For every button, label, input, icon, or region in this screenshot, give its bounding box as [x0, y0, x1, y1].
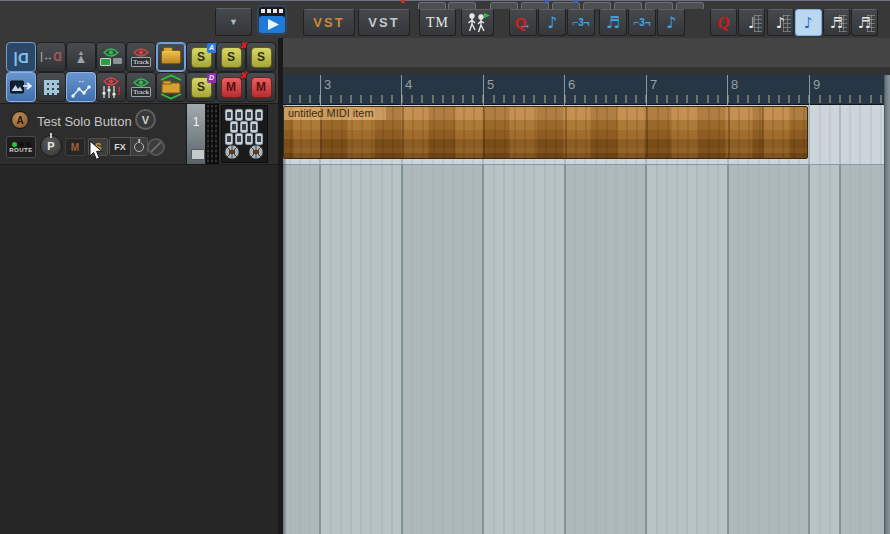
microphone-array-icon — [222, 106, 267, 162]
lane-rects-icon — [100, 58, 122, 66]
envelope-nodes-icon — [71, 85, 91, 98]
grid-dots-icon — [754, 15, 762, 32]
track-name[interactable]: Test Solo Button — [37, 114, 132, 129]
solo-add-button[interactable]: S A — [186, 42, 216, 72]
eye-green-icon — [133, 78, 149, 87]
badge-d: D — [207, 73, 217, 83]
h-arrows-icon: ↔ — [43, 52, 53, 62]
solo-button[interactable]: S — [246, 42, 276, 72]
fx-button[interactable]: FX — [110, 138, 130, 155]
route-button[interactable]: ROUTE — [6, 136, 36, 158]
item-edge-left-button[interactable]: |D — [6, 42, 36, 72]
grid-sixteenth-button[interactable]: ♬ — [851, 9, 878, 36]
mute-letter: M — [71, 142, 79, 153]
faders-icon — [102, 86, 116, 98]
badge-a: A — [207, 43, 217, 53]
midi-item[interactable]: untitled MIDI item — [283, 106, 808, 159]
grid-dots-icon — [839, 15, 847, 32]
eighth-note-icon: ♪ — [547, 13, 557, 32]
measure-number: 6 — [568, 77, 575, 92]
partial-button — [552, 2, 580, 9]
item-edge-right-button[interactable]: | ↔ D — [36, 42, 66, 72]
track-label: Track — [131, 87, 151, 97]
solo-track-button[interactable]: S — [88, 138, 108, 156]
solo-icon: S ✖ — [221, 47, 242, 68]
metronome-button[interactable]: ▲▲ — [66, 42, 96, 72]
script-q-icon: Q — [717, 13, 729, 33]
vst-label: VST — [313, 15, 344, 30]
solo-letter: S — [95, 142, 102, 153]
top-toolbar-fragment-row — [0, 0, 890, 8]
partial-button — [676, 2, 704, 9]
show-track-lanes-button[interactable] — [96, 42, 126, 72]
humanize-button[interactable] — [461, 9, 494, 36]
note-eighth-button-2[interactable]: ♪ — [657, 9, 685, 36]
grid-eighth-button-active[interactable]: ♪ — [795, 9, 822, 36]
solo-clear-button[interactable]: S ✖ — [216, 42, 246, 72]
render-item-icon — [10, 79, 32, 95]
tm-button[interactable]: TM — [419, 9, 456, 36]
quantize-enable-button[interactable]: Q — [710, 9, 737, 36]
timeline-ruler[interactable]: 3 4 5 6 7 8 9 — [283, 75, 884, 105]
measure-number: 9 — [813, 77, 820, 92]
mute-track-button[interactable]: M — [65, 138, 85, 156]
track-grip[interactable] — [191, 149, 205, 160]
eye-red-icon — [133, 48, 149, 57]
mute-button[interactable]: M — [246, 72, 276, 102]
partial-button — [448, 2, 476, 9]
hide-track-button[interactable]: Track — [126, 42, 156, 72]
track-auto-badge[interactable]: A — [11, 111, 29, 129]
grid-toggle-button[interactable] — [36, 72, 66, 102]
note-eighth-button[interactable]: ♪ — [538, 9, 566, 36]
solo-icon: S — [251, 47, 272, 68]
folder-collapse-button[interactable] — [156, 72, 186, 102]
show-track-button[interactable]: Track — [126, 72, 156, 102]
fx-bypass-button[interactable] — [130, 138, 147, 155]
track-name-label: Test Solo Button — [37, 114, 132, 129]
docker-edge — [283, 67, 890, 75]
h-arrows-icon: ↔ — [77, 77, 85, 85]
track-number-strip[interactable]: 1 — [186, 104, 206, 164]
vst-label: VST — [368, 15, 399, 30]
grid-dots-icon — [811, 15, 819, 32]
pan-knob[interactable]: P — [40, 135, 62, 157]
triplet-button-1[interactable]: ⌐3¬ — [567, 9, 595, 36]
route-label: ROUTE — [9, 147, 33, 153]
mute-clear-button[interactable]: M ✖ — [216, 72, 246, 102]
vertical-scrollbar[interactable] — [884, 75, 890, 534]
mirrored-d-icon: D — [53, 51, 62, 63]
item-title: untitled MIDI item — [288, 107, 374, 119]
volume-knob[interactable]: V — [135, 109, 156, 130]
vst-plugin-button-2[interactable]: VST — [358, 9, 410, 36]
vst-plugin-button-1[interactable]: VST — [303, 9, 355, 36]
toolbar-dropdown-button[interactable]: ▼ — [215, 8, 252, 36]
track-meter — [206, 104, 219, 164]
solo-defeat-button[interactable]: S D — [186, 72, 216, 102]
tm-label: TM — [426, 15, 449, 31]
fx-button-group[interactable]: FX — [109, 137, 148, 156]
grid-eighth-triplet-button[interactable]: ♪ — [767, 9, 794, 36]
record-arm-button[interactable] — [147, 138, 165, 156]
power-icon — [134, 142, 144, 152]
red-marker — [401, 0, 405, 3]
grid-quarter-button[interactable]: ♩ — [738, 9, 765, 36]
triplet-button-2[interactable]: ⌐3¬ — [628, 9, 656, 36]
track-label: Track — [131, 57, 151, 67]
apply-render-button[interactable] — [6, 72, 36, 102]
quantize-settings-button[interactable]: Q → — [509, 9, 537, 36]
grid-sixteenth-triplet-button[interactable]: ♬ — [823, 9, 850, 36]
walking-figures-icon — [466, 12, 490, 33]
hide-mixer-track-button[interactable]: ! — [96, 72, 126, 102]
track-icon[interactable] — [221, 105, 268, 163]
envelope-edit-button[interactable]: ↔ — [66, 72, 96, 102]
reaper-window: ▼ VST VST TM Q → — [0, 0, 890, 534]
arrange-background[interactable] — [283, 164, 884, 534]
note-sixteenth-button[interactable]: ♬ — [599, 9, 627, 36]
tuplet-icon: ⌐3¬ — [572, 17, 589, 28]
folder-select-button[interactable] — [156, 42, 186, 72]
partial-button — [521, 2, 549, 9]
video-window-button[interactable] — [257, 5, 287, 35]
eighth-note-icon: ♪ — [666, 13, 676, 32]
partial-button — [645, 2, 673, 9]
left-panel-empty — [0, 165, 278, 534]
